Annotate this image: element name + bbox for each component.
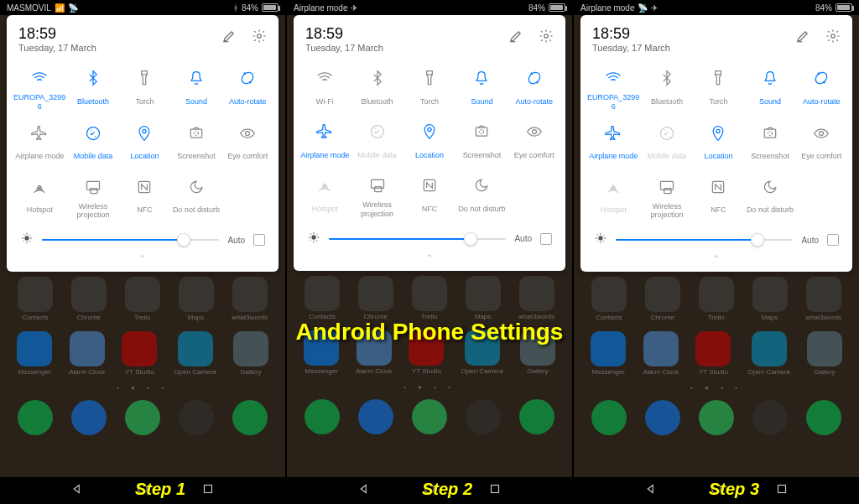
app-icon[interactable]: YT Studio <box>122 331 157 376</box>
tile-data[interactable]: Mobile data <box>641 118 692 170</box>
dock-app-4[interactable] <box>806 400 841 435</box>
nav-recent-icon[interactable] <box>774 481 789 500</box>
tile-location[interactable]: Location <box>403 117 456 169</box>
chevron-up-icon[interactable]: ⌃ <box>299 249 560 264</box>
dock-app-3[interactable] <box>752 400 788 435</box>
chevron-up-icon[interactable]: ⌃ <box>586 250 847 265</box>
nav-recent-icon[interactable] <box>200 481 216 500</box>
dock-app-1[interactable] <box>358 399 393 434</box>
app-icon[interactable]: Maps <box>752 277 788 321</box>
tile-dnd[interactable]: Do not disturb <box>744 172 795 226</box>
tile-location[interactable]: Location <box>693 118 744 170</box>
app-icon[interactable]: Open Camera <box>174 331 216 376</box>
app-icon[interactable]: Maps <box>466 276 501 320</box>
gear-icon[interactable] <box>825 29 841 47</box>
tile-hotspot[interactable]: Hotspot <box>586 172 641 226</box>
tile-cast[interactable]: Wireless projection <box>641 172 692 226</box>
nav-back-icon[interactable] <box>643 481 659 500</box>
app-icon[interactable]: Gallery <box>520 330 555 375</box>
tile-dnd[interactable]: Do not disturb <box>456 170 508 224</box>
app-icon[interactable]: Trello <box>412 276 447 320</box>
tile-cast[interactable]: Wireless projection <box>67 172 118 226</box>
app-icon[interactable]: Alarm Clock <box>643 331 679 376</box>
app-icon[interactable]: Trello <box>125 277 160 321</box>
auto-brightness-checkbox[interactable] <box>253 234 265 246</box>
tile-torch[interactable]: Torch <box>403 63 456 115</box>
tile-data[interactable]: Mobile data <box>351 117 403 169</box>
tile-airplane[interactable]: Airplane mode <box>12 118 67 170</box>
tile-nfc[interactable]: NFC <box>119 172 170 226</box>
dock-app-2[interactable] <box>412 399 447 434</box>
edit-icon[interactable] <box>795 29 810 47</box>
tile-screenshot[interactable]: Screenshot <box>744 118 795 170</box>
tile-sound[interactable]: Sound <box>744 63 795 117</box>
app-icon[interactable]: Alarm Clock <box>356 330 392 375</box>
tile-screenshot[interactable]: Screenshot <box>456 117 508 169</box>
dock-app-0[interactable] <box>591 400 627 435</box>
app-icon[interactable]: Chrome <box>71 277 107 321</box>
tile-nfc[interactable]: NFC <box>693 172 744 226</box>
tile-rotate[interactable]: Auto-rotate <box>508 63 560 115</box>
chevron-up-icon[interactable]: ⌃ <box>12 250 273 265</box>
dock-app-2[interactable] <box>699 400 734 435</box>
tile-hotspot[interactable]: Hotspot <box>12 172 67 226</box>
app-icon[interactable]: YT Studio <box>695 331 731 376</box>
edit-icon[interactable] <box>221 29 237 47</box>
app-icon[interactable]: Gallery <box>807 331 842 376</box>
app-icon[interactable]: Messenger <box>304 330 339 375</box>
app-icon[interactable]: Trello <box>699 277 734 321</box>
tile-wifi[interactable]: EUROPA_3299 6 <box>12 63 67 117</box>
tile-rotate[interactable]: Auto-rotate <box>796 63 847 117</box>
tile-sound[interactable]: Sound <box>456 63 508 115</box>
app-icon[interactable]: Contacts <box>18 277 53 321</box>
tile-nfc[interactable]: NFC <box>403 170 456 224</box>
tile-hotspot[interactable]: Hotspot <box>299 170 351 224</box>
app-icon[interactable]: Chrome <box>645 277 680 321</box>
app-icon[interactable]: what3words <box>518 276 554 320</box>
tile-eye[interactable]: Eye comfort <box>796 118 847 170</box>
app-icon[interactable]: Open Camera <box>461 330 503 375</box>
tile-bluetooth[interactable]: Bluetooth <box>641 63 692 117</box>
dock-app-3[interactable] <box>466 399 501 434</box>
app-icon[interactable]: Alarm Clock <box>69 331 105 376</box>
auto-brightness-checkbox[interactable] <box>827 234 839 246</box>
dock-app-4[interactable] <box>519 399 554 434</box>
dock-app-0[interactable] <box>18 400 53 435</box>
app-icon[interactable]: Gallery <box>233 331 268 376</box>
tile-bluetooth[interactable]: Bluetooth <box>67 63 118 117</box>
dock-app-1[interactable] <box>645 400 680 435</box>
app-icon[interactable]: Maps <box>179 277 214 321</box>
app-icon[interactable]: Messenger <box>17 331 52 376</box>
tile-airplane[interactable]: Airplane mode <box>299 117 351 169</box>
brightness-slider[interactable] <box>329 238 506 240</box>
dock-app-2[interactable] <box>125 400 160 435</box>
gear-icon[interactable] <box>252 29 267 47</box>
auto-brightness-checkbox[interactable] <box>540 233 552 245</box>
nav-back-icon[interactable] <box>70 481 85 500</box>
gear-icon[interactable] <box>539 29 554 47</box>
tile-torch[interactable]: Torch <box>693 63 744 117</box>
app-icon[interactable]: YT Studio <box>409 330 444 375</box>
tile-location[interactable]: Location <box>119 118 170 170</box>
app-icon[interactable]: Contacts <box>591 277 627 321</box>
app-icon[interactable]: what3words <box>805 277 841 321</box>
app-icon[interactable]: Open Camera <box>748 331 790 376</box>
app-icon[interactable]: Contacts <box>305 276 340 320</box>
tile-dnd[interactable]: Do not disturb <box>170 172 221 226</box>
app-icon[interactable]: what3words <box>232 277 268 321</box>
tile-torch[interactable]: Torch <box>119 63 170 117</box>
tile-bluetooth[interactable]: Bluetooth <box>351 63 403 115</box>
edit-icon[interactable] <box>508 29 523 47</box>
app-icon[interactable]: Chrome <box>358 276 393 320</box>
nav-recent-icon[interactable] <box>487 481 502 500</box>
dock-app-0[interactable] <box>305 399 340 434</box>
brightness-slider[interactable] <box>616 239 793 241</box>
app-icon[interactable]: Messenger <box>591 331 626 376</box>
dock-app-3[interactable] <box>179 400 214 435</box>
tile-screenshot[interactable]: Screenshot <box>170 118 221 170</box>
dock-app-1[interactable] <box>71 400 107 435</box>
tile-wifi[interactable]: Wi-Fi <box>299 63 351 115</box>
tile-rotate[interactable]: Auto-rotate <box>222 63 273 117</box>
tile-eye[interactable]: Eye comfort <box>222 118 273 170</box>
tile-sound[interactable]: Sound <box>170 63 221 117</box>
